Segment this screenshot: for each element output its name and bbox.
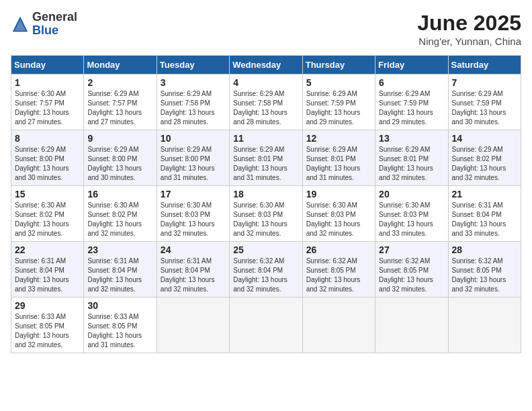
calendar-cell: 4Sunrise: 6:29 AM Sunset: 7:58 PM Daylig… — [230, 75, 302, 130]
day-number: 27 — [379, 244, 444, 255]
day-info: Sunrise: 6:30 AM Sunset: 8:02 PM Dayligh… — [87, 201, 152, 238]
calendar-cell: 22Sunrise: 6:31 AM Sunset: 8:04 PM Dayli… — [11, 242, 84, 298]
calendar-table: Sunday Monday Tuesday Wednesday Thursday… — [11, 55, 521, 353]
day-number: 16 — [87, 189, 152, 199]
day-number: 15 — [15, 189, 80, 199]
calendar-cell: 15Sunrise: 6:30 AM Sunset: 8:02 PM Dayli… — [11, 186, 84, 242]
day-info: Sunrise: 6:29 AM Sunset: 8:00 PM Dayligh… — [87, 145, 152, 183]
day-number: 18 — [233, 189, 298, 199]
day-info: Sunrise: 6:32 AM Sunset: 8:05 PM Dayligh… — [306, 257, 371, 294]
calendar-cell: 13Sunrise: 6:29 AM Sunset: 8:01 PM Dayli… — [375, 130, 448, 186]
day-info: Sunrise: 6:31 AM Sunset: 8:04 PM Dayligh… — [87, 257, 152, 294]
calendar-cell: 26Sunrise: 6:32 AM Sunset: 8:05 PM Dayli… — [302, 242, 375, 298]
day-number: 21 — [452, 189, 517, 199]
col-sunday: Sunday — [11, 56, 84, 75]
day-info: Sunrise: 6:29 AM Sunset: 7:57 PM Dayligh… — [87, 89, 152, 127]
calendar-cell: 20Sunrise: 6:30 AM Sunset: 8:03 PM Dayli… — [375, 186, 448, 242]
day-info: Sunrise: 6:29 AM Sunset: 7:59 PM Dayligh… — [379, 89, 444, 127]
calendar-cell: 1Sunrise: 6:30 AM Sunset: 7:57 PM Daylig… — [11, 75, 84, 130]
day-number: 23 — [87, 244, 152, 255]
calendar-body: 1Sunrise: 6:30 AM Sunset: 7:57 PM Daylig… — [11, 75, 521, 353]
day-number: 9 — [87, 133, 152, 144]
calendar-cell: 27Sunrise: 6:32 AM Sunset: 8:05 PM Dayli… — [375, 242, 448, 298]
day-info: Sunrise: 6:29 AM Sunset: 8:01 PM Dayligh… — [306, 145, 371, 183]
calendar-cell: 14Sunrise: 6:29 AM Sunset: 8:02 PM Dayli… — [448, 130, 521, 186]
day-info: Sunrise: 6:29 AM Sunset: 7:59 PM Dayligh… — [452, 89, 517, 127]
calendar-cell: 24Sunrise: 6:31 AM Sunset: 8:04 PM Dayli… — [157, 242, 229, 298]
day-number: 24 — [161, 244, 226, 255]
logo-general-text: General — [32, 11, 77, 24]
day-number: 12 — [306, 133, 371, 144]
day-number: 17 — [161, 189, 226, 199]
day-number: 13 — [379, 133, 444, 144]
day-info: Sunrise: 6:33 AM Sunset: 8:05 PM Dayligh… — [15, 312, 80, 350]
day-info: Sunrise: 6:30 AM Sunset: 8:03 PM Dayligh… — [306, 201, 371, 238]
day-number: 25 — [233, 244, 298, 255]
day-info: Sunrise: 6:29 AM Sunset: 8:00 PM Dayligh… — [161, 145, 226, 183]
day-number: 10 — [161, 133, 226, 144]
calendar-row: 29Sunrise: 6:33 AM Sunset: 8:05 PM Dayli… — [11, 298, 521, 353]
day-info: Sunrise: 6:29 AM Sunset: 8:01 PM Dayligh… — [233, 145, 298, 183]
col-monday: Monday — [84, 56, 157, 75]
day-number: 5 — [306, 77, 371, 88]
day-info: Sunrise: 6:30 AM Sunset: 8:03 PM Dayligh… — [379, 201, 444, 238]
calendar-cell: 17Sunrise: 6:30 AM Sunset: 8:03 PM Dayli… — [157, 186, 229, 242]
day-info: Sunrise: 6:29 AM Sunset: 7:58 PM Dayligh… — [161, 89, 226, 127]
calendar-cell: 28Sunrise: 6:32 AM Sunset: 8:05 PM Dayli… — [448, 242, 521, 298]
day-number: 29 — [15, 300, 80, 311]
day-number: 2 — [87, 77, 152, 88]
col-wednesday: Wednesday — [230, 56, 302, 75]
calendar-cell: 3Sunrise: 6:29 AM Sunset: 7:58 PM Daylig… — [157, 75, 229, 130]
calendar-cell: 30Sunrise: 6:33 AM Sunset: 8:05 PM Dayli… — [84, 298, 157, 353]
calendar-header: Sunday Monday Tuesday Wednesday Thursday… — [11, 56, 521, 75]
day-number: 30 — [87, 300, 152, 311]
calendar-cell: 11Sunrise: 6:29 AM Sunset: 8:01 PM Dayli… — [230, 130, 302, 186]
day-info: Sunrise: 6:30 AM Sunset: 8:03 PM Dayligh… — [161, 201, 226, 238]
day-number: 26 — [306, 244, 371, 255]
col-tuesday: Tuesday — [157, 56, 229, 75]
calendar-cell: 12Sunrise: 6:29 AM Sunset: 8:01 PM Dayli… — [302, 130, 375, 186]
calendar-cell: 29Sunrise: 6:33 AM Sunset: 8:05 PM Dayli… — [11, 298, 84, 353]
day-info: Sunrise: 6:30 AM Sunset: 8:02 PM Dayligh… — [15, 201, 80, 238]
day-info: Sunrise: 6:32 AM Sunset: 8:04 PM Dayligh… — [233, 257, 298, 294]
calendar-cell: 21Sunrise: 6:31 AM Sunset: 8:04 PM Dayli… — [448, 186, 521, 242]
calendar-cell: 2Sunrise: 6:29 AM Sunset: 7:57 PM Daylig… — [84, 75, 157, 130]
day-number: 3 — [161, 77, 226, 88]
calendar-cell — [302, 298, 375, 353]
title-block: June 2025 Ning'er, Yunnan, China — [417, 11, 521, 47]
day-info: Sunrise: 6:29 AM Sunset: 8:02 PM Dayligh… — [452, 145, 517, 183]
day-info: Sunrise: 6:33 AM Sunset: 8:05 PM Dayligh… — [87, 312, 152, 350]
day-number: 14 — [452, 133, 517, 144]
day-info: Sunrise: 6:29 AM Sunset: 7:58 PM Dayligh… — [233, 89, 298, 127]
day-info: Sunrise: 6:31 AM Sunset: 8:04 PM Dayligh… — [161, 257, 226, 294]
calendar-cell: 7Sunrise: 6:29 AM Sunset: 7:59 PM Daylig… — [448, 75, 521, 130]
day-info: Sunrise: 6:32 AM Sunset: 8:05 PM Dayligh… — [379, 257, 444, 294]
col-thursday: Thursday — [302, 56, 375, 75]
calendar-cell: 10Sunrise: 6:29 AM Sunset: 8:00 PM Dayli… — [157, 130, 229, 186]
logo: General Blue — [11, 11, 77, 38]
day-info: Sunrise: 6:31 AM Sunset: 8:04 PM Dayligh… — [452, 201, 517, 238]
day-number: 1 — [15, 77, 80, 88]
calendar-cell: 5Sunrise: 6:29 AM Sunset: 7:59 PM Daylig… — [302, 75, 375, 130]
day-number: 7 — [452, 77, 517, 88]
day-info: Sunrise: 6:29 AM Sunset: 8:01 PM Dayligh… — [379, 145, 444, 183]
calendar-cell: 8Sunrise: 6:29 AM Sunset: 8:00 PM Daylig… — [11, 130, 84, 186]
month-year-title: June 2025 — [417, 11, 521, 36]
calendar-row: 22Sunrise: 6:31 AM Sunset: 8:04 PM Dayli… — [11, 242, 521, 298]
calendar-cell: 16Sunrise: 6:30 AM Sunset: 8:02 PM Dayli… — [84, 186, 157, 242]
day-number: 8 — [15, 133, 80, 144]
day-info: Sunrise: 6:30 AM Sunset: 7:57 PM Dayligh… — [15, 89, 80, 127]
day-number: 19 — [306, 189, 371, 199]
day-info: Sunrise: 6:29 AM Sunset: 8:00 PM Dayligh… — [15, 145, 80, 183]
header-row: Sunday Monday Tuesday Wednesday Thursday… — [11, 56, 521, 75]
day-info: Sunrise: 6:32 AM Sunset: 8:05 PM Dayligh… — [452, 257, 517, 294]
location-subtitle: Ning'er, Yunnan, China — [417, 36, 521, 47]
day-number: 4 — [233, 77, 298, 88]
day-info: Sunrise: 6:29 AM Sunset: 7:59 PM Dayligh… — [306, 89, 371, 127]
calendar-cell: 23Sunrise: 6:31 AM Sunset: 8:04 PM Dayli… — [84, 242, 157, 298]
calendar-cell: 6Sunrise: 6:29 AM Sunset: 7:59 PM Daylig… — [375, 75, 448, 130]
col-friday: Friday — [375, 56, 448, 75]
calendar-cell — [157, 298, 229, 353]
day-number: 20 — [379, 189, 444, 199]
col-saturday: Saturday — [448, 56, 521, 75]
